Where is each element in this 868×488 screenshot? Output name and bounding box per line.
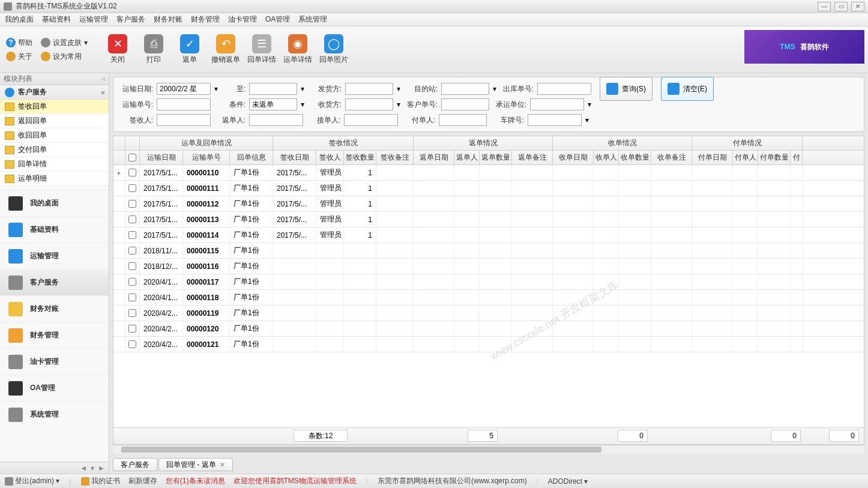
col-trans-no[interactable]: 运输单号: [183, 151, 230, 164]
sidebar-module-2[interactable]: 运输管理: [0, 242, 109, 269]
tab-customer-service[interactable]: 客户服务: [113, 458, 157, 471]
table-row[interactable]: 2018/11/...00000115厂单1份: [113, 243, 864, 259]
tab-receipt-return[interactable]: 回单管理 - 返单✕: [158, 458, 233, 471]
input-trans-date[interactable]: [157, 83, 211, 95]
row-checkbox[interactable]: [128, 200, 136, 208]
table-row[interactable]: 2017/5/1...00000113厂单1份2017/5/...管理员1: [113, 212, 864, 227]
tb-close[interactable]: ✕关闭: [103, 34, 132, 65]
sidebar-module-6[interactable]: 油卡管理: [0, 348, 109, 375]
input-cond[interactable]: [249, 98, 297, 110]
clear-button[interactable]: 清空(E): [661, 77, 714, 101]
tb-photo[interactable]: ◯回单照片: [319, 34, 348, 65]
tb-return[interactable]: ✓返单: [175, 34, 204, 65]
input-receiver[interactable]: [345, 98, 393, 110]
input-accept-by[interactable]: [344, 114, 398, 126]
menu-basic[interactable]: 基础资料: [42, 14, 71, 25]
sidebar-module-3[interactable]: 客户服务: [0, 269, 109, 295]
col-rnote[interactable]: 返单备注: [512, 151, 553, 164]
table-row[interactable]: 2020/4/1...00000118厂单1份: [113, 290, 864, 306]
col-cnote[interactable]: 收单备注: [651, 151, 692, 164]
col-pqty[interactable]: 付单数量: [758, 151, 791, 164]
menu-system[interactable]: 系统管理: [298, 14, 327, 25]
sidebar-section-customer[interactable]: 客户服务«: [0, 85, 109, 100]
col-sby[interactable]: 签收人: [316, 151, 344, 164]
maximize-button[interactable]: ▭: [834, 2, 848, 11]
input-pay-by[interactable]: [439, 114, 487, 126]
input-shipper[interactable]: [345, 83, 393, 95]
col-sqty[interactable]: 签收数量: [344, 151, 376, 164]
row-checkbox[interactable]: [128, 184, 136, 192]
col-info[interactable]: 回单信息: [230, 151, 273, 164]
row-checkbox[interactable]: [128, 340, 136, 348]
input-cust-no[interactable]: [441, 98, 489, 110]
menu-desktop[interactable]: 我的桌面: [5, 14, 34, 25]
status-login[interactable]: 登出(admin) ▾: [5, 476, 59, 486]
tb-detail[interactable]: ☰回单详情: [247, 34, 276, 65]
fav-link[interactable]: 设为常用: [41, 52, 82, 62]
input-carrier[interactable]: [530, 98, 584, 110]
col-px[interactable]: 付: [791, 151, 803, 164]
tb-undo[interactable]: ↶撤销返单: [211, 34, 240, 65]
row-checkbox[interactable]: [128, 278, 136, 286]
input-out-no[interactable]: [537, 83, 591, 95]
col-rby[interactable]: 返单人: [454, 151, 480, 164]
col-rdate[interactable]: 返单日期: [414, 151, 454, 164]
menu-finance-recon[interactable]: 财务对账: [154, 14, 182, 25]
row-checkbox[interactable]: [128, 262, 136, 270]
table-row[interactable]: 2020/4/1...00000117厂单1份: [113, 274, 864, 290]
table-row[interactable]: 2017/5/1...00000111厂单1份2017/5/...管理员1: [113, 181, 864, 196]
menu-oilcard[interactable]: 油卡管理: [228, 14, 257, 25]
table-row[interactable]: 2018/12/...00000116厂单1份: [113, 259, 864, 274]
help-link[interactable]: ?帮助: [6, 38, 32, 48]
pin-icon[interactable]: ⊣: [100, 76, 105, 82]
date-drop-icon2[interactable]: ▾: [301, 85, 304, 93]
input-trans-no[interactable]: [157, 98, 211, 110]
table-row[interactable]: ▸2017/5/1...00000110厂单1份2017/5/...管理员1: [113, 165, 864, 181]
row-checkbox[interactable]: [128, 325, 136, 333]
status-ado[interactable]: ADODirect ▾: [548, 477, 588, 486]
sidebar-item-4[interactable]: 回单详情: [0, 157, 109, 172]
about-link[interactable]: 关于: [6, 52, 32, 62]
sidebar-item-5[interactable]: 运单明细: [0, 172, 109, 186]
query-button[interactable]: 查询(S): [600, 77, 653, 101]
table-row[interactable]: 2020/4/2...00000119厂单1份: [113, 306, 864, 321]
close-tab-icon[interactable]: ✕: [220, 461, 225, 469]
menu-finance[interactable]: 财务管理: [191, 14, 220, 25]
row-checkbox[interactable]: [128, 247, 136, 255]
col-pby[interactable]: 付单人: [733, 151, 758, 164]
col-trans-date[interactable]: 运输日期: [140, 151, 183, 164]
sidebar-item-1[interactable]: 返回回单: [0, 114, 109, 128]
menu-oa[interactable]: OA管理: [265, 14, 290, 25]
drop-icon[interactable]: ▾: [493, 85, 496, 93]
sidebar-item-2[interactable]: 收回回单: [0, 128, 109, 143]
col-pdate[interactable]: 付单日期: [692, 151, 733, 164]
col-rqty[interactable]: 返单数量: [480, 151, 512, 164]
drop-icon[interactable]: ▾: [397, 100, 400, 109]
tb-tdetail[interactable]: ◉运单详情: [283, 34, 312, 65]
col-cby[interactable]: 收单人: [594, 151, 619, 164]
input-return-by[interactable]: [249, 114, 303, 126]
arrow-left-icon[interactable]: ◄: [80, 464, 87, 472]
drop-icon[interactable]: ▾: [301, 100, 304, 109]
input-plate[interactable]: [528, 114, 582, 126]
status-unread[interactable]: 您有(1)条未读消息: [166, 476, 225, 486]
minimize-button[interactable]: —: [818, 2, 831, 11]
horizontal-scrollbar[interactable]: [113, 445, 864, 453]
menu-customer[interactable]: 客户服务: [116, 14, 145, 25]
date-drop-icon[interactable]: ▾: [214, 85, 218, 93]
row-checkbox[interactable]: [128, 294, 136, 301]
sidebar-module-1[interactable]: 基础资料: [0, 216, 109, 242]
sidebar-item-0[interactable]: 签收回单: [0, 100, 109, 114]
tb-print[interactable]: ⎙打印: [139, 34, 168, 65]
status-cert[interactable]: 我的证书: [81, 476, 120, 486]
close-window-button[interactable]: ✕: [851, 2, 864, 11]
input-sign-by[interactable]: [157, 114, 211, 126]
menu-transport[interactable]: 运输管理: [79, 14, 108, 25]
sidebar-module-8[interactable]: 系统管理: [0, 401, 109, 427]
chk-all[interactable]: [128, 154, 136, 161]
input-dest[interactable]: [441, 83, 489, 95]
sidebar-module-0[interactable]: 我的桌面: [0, 190, 109, 216]
drop-icon[interactable]: ▾: [588, 100, 591, 109]
table-row[interactable]: 2020/4/2...00000121厂单1份: [113, 337, 864, 352]
sidebar-module-7[interactable]: OA管理: [0, 375, 109, 401]
